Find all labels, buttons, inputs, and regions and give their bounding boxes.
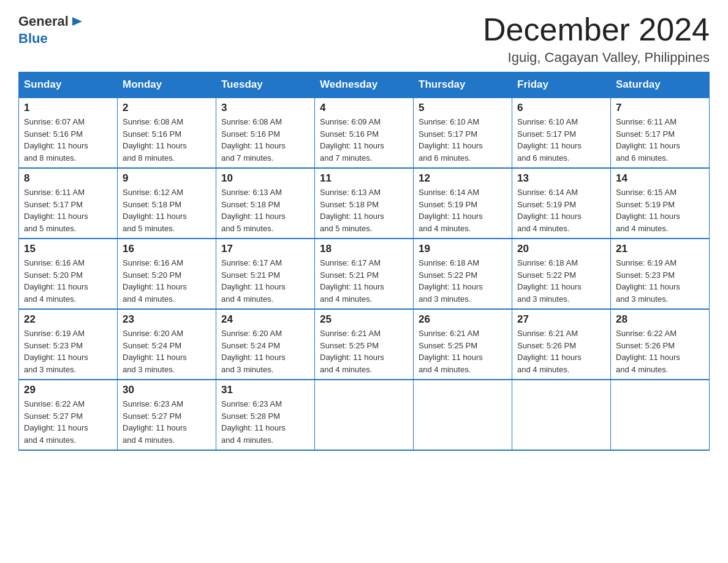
day-info: Sunrise: 6:23 AMSunset: 5:28 PMDaylight:…: [221, 398, 309, 446]
day-info: Sunrise: 6:18 AMSunset: 5:22 PMDaylight:…: [419, 257, 507, 305]
calendar-week-row: 8Sunrise: 6:11 AMSunset: 5:17 PMDaylight…: [19, 168, 710, 239]
table-row: 1Sunrise: 6:07 AMSunset: 5:16 PMDaylight…: [19, 98, 118, 168]
table-row: 14Sunrise: 6:15 AMSunset: 5:19 PMDayligh…: [611, 168, 710, 239]
calendar-week-row: 1Sunrise: 6:07 AMSunset: 5:16 PMDaylight…: [19, 98, 710, 168]
logo-icon: [71, 15, 85, 28]
table-row: [611, 380, 710, 450]
day-number: 18: [320, 243, 408, 255]
table-row: 7Sunrise: 6:11 AMSunset: 5:17 PMDaylight…: [611, 98, 710, 168]
svg-marker-0: [72, 17, 82, 26]
calendar-week-row: 22Sunrise: 6:19 AMSunset: 5:23 PMDayligh…: [19, 309, 710, 380]
day-info: Sunrise: 6:12 AMSunset: 5:18 PMDaylight:…: [123, 186, 211, 234]
day-number: 7: [616, 102, 704, 114]
table-row: 19Sunrise: 6:18 AMSunset: 5:22 PMDayligh…: [414, 239, 512, 309]
table-row: 20Sunrise: 6:18 AMSunset: 5:22 PMDayligh…: [512, 239, 611, 309]
day-number: 4: [320, 102, 408, 114]
day-number: 28: [616, 313, 704, 326]
day-number: 24: [221, 313, 309, 326]
table-row: 17Sunrise: 6:17 AMSunset: 5:21 PMDayligh…: [216, 239, 315, 309]
title-section: December 2024 Iguig, Cagayan Valley, Phi…: [483, 12, 710, 66]
day-number: 5: [419, 102, 507, 114]
day-number: 21: [616, 243, 704, 255]
day-info: Sunrise: 6:10 AMSunset: 5:17 PMDaylight:…: [517, 116, 605, 164]
table-row: 2Sunrise: 6:08 AMSunset: 5:16 PMDaylight…: [118, 98, 216, 168]
day-info: Sunrise: 6:18 AMSunset: 5:22 PMDaylight:…: [517, 257, 605, 305]
day-info: Sunrise: 6:17 AMSunset: 5:21 PMDaylight:…: [221, 257, 309, 305]
col-friday: Friday: [512, 72, 611, 98]
table-row: [315, 380, 414, 450]
day-number: 20: [517, 243, 605, 255]
col-tuesday: Tuesday: [216, 72, 315, 98]
calendar-week-row: 15Sunrise: 6:16 AMSunset: 5:20 PMDayligh…: [19, 239, 710, 309]
day-info: Sunrise: 6:20 AMSunset: 5:24 PMDaylight:…: [123, 327, 211, 375]
day-number: 26: [419, 313, 507, 326]
day-number: 9: [123, 172, 211, 185]
day-number: 27: [517, 313, 605, 326]
day-info: Sunrise: 6:20 AMSunset: 5:24 PMDaylight:…: [221, 327, 309, 375]
col-thursday: Thursday: [414, 72, 512, 98]
table-row: 29Sunrise: 6:22 AMSunset: 5:27 PMDayligh…: [19, 380, 118, 450]
day-number: 19: [419, 243, 507, 255]
calendar-header-row: Sunday Monday Tuesday Wednesday Thursday…: [19, 72, 710, 98]
table-row: 9Sunrise: 6:12 AMSunset: 5:18 PMDaylight…: [118, 168, 216, 239]
table-row: 26Sunrise: 6:21 AMSunset: 5:25 PMDayligh…: [414, 309, 512, 380]
col-saturday: Saturday: [611, 72, 710, 98]
day-number: 30: [123, 384, 211, 396]
day-info: Sunrise: 6:11 AMSunset: 5:17 PMDaylight:…: [616, 116, 704, 164]
logo-general: General: [18, 13, 69, 29]
table-row: [512, 380, 611, 450]
day-info: Sunrise: 6:09 AMSunset: 5:16 PMDaylight:…: [320, 116, 408, 164]
table-row: 10Sunrise: 6:13 AMSunset: 5:18 PMDayligh…: [216, 168, 315, 239]
day-number: 3: [221, 102, 309, 114]
calendar-week-row: 29Sunrise: 6:22 AMSunset: 5:27 PMDayligh…: [19, 380, 710, 450]
table-row: 6Sunrise: 6:10 AMSunset: 5:17 PMDaylight…: [512, 98, 611, 168]
day-number: 17: [221, 243, 309, 255]
table-row: 11Sunrise: 6:13 AMSunset: 5:18 PMDayligh…: [315, 168, 414, 239]
day-info: Sunrise: 6:08 AMSunset: 5:16 PMDaylight:…: [221, 116, 309, 164]
day-number: 22: [24, 313, 112, 326]
table-row: 31Sunrise: 6:23 AMSunset: 5:28 PMDayligh…: [216, 380, 315, 450]
table-row: 30Sunrise: 6:23 AMSunset: 5:27 PMDayligh…: [118, 380, 216, 450]
day-info: Sunrise: 6:07 AMSunset: 5:16 PMDaylight:…: [24, 116, 112, 164]
col-monday: Monday: [118, 72, 216, 98]
day-info: Sunrise: 6:21 AMSunset: 5:26 PMDaylight:…: [517, 327, 605, 375]
col-sunday: Sunday: [19, 72, 118, 98]
table-row: [414, 380, 512, 450]
day-number: 2: [123, 102, 211, 114]
day-info: Sunrise: 6:22 AMSunset: 5:26 PMDaylight:…: [616, 327, 704, 375]
day-info: Sunrise: 6:21 AMSunset: 5:25 PMDaylight:…: [320, 327, 408, 375]
logo-blue: Blue: [18, 31, 48, 47]
day-number: 6: [517, 102, 605, 114]
day-number: 13: [517, 172, 605, 185]
day-number: 15: [24, 243, 112, 255]
day-info: Sunrise: 6:19 AMSunset: 5:23 PMDaylight:…: [24, 327, 112, 375]
day-number: 23: [123, 313, 211, 326]
table-row: 24Sunrise: 6:20 AMSunset: 5:24 PMDayligh…: [216, 309, 315, 380]
calendar-body: 1Sunrise: 6:07 AMSunset: 5:16 PMDaylight…: [19, 98, 710, 450]
col-wednesday: Wednesday: [315, 72, 414, 98]
day-info: Sunrise: 6:10 AMSunset: 5:17 PMDaylight:…: [419, 116, 507, 164]
table-row: 27Sunrise: 6:21 AMSunset: 5:26 PMDayligh…: [512, 309, 611, 380]
table-row: 28Sunrise: 6:22 AMSunset: 5:26 PMDayligh…: [611, 309, 710, 380]
table-row: 23Sunrise: 6:20 AMSunset: 5:24 PMDayligh…: [118, 309, 216, 380]
day-number: 8: [24, 172, 112, 185]
table-row: 25Sunrise: 6:21 AMSunset: 5:25 PMDayligh…: [315, 309, 414, 380]
table-row: 3Sunrise: 6:08 AMSunset: 5:16 PMDaylight…: [216, 98, 315, 168]
day-info: Sunrise: 6:08 AMSunset: 5:16 PMDaylight:…: [123, 116, 211, 164]
day-number: 29: [24, 384, 112, 396]
day-info: Sunrise: 6:14 AMSunset: 5:19 PMDaylight:…: [517, 186, 605, 234]
table-row: 12Sunrise: 6:14 AMSunset: 5:19 PMDayligh…: [414, 168, 512, 239]
logo: General Blue: [18, 12, 85, 47]
table-row: 8Sunrise: 6:11 AMSunset: 5:17 PMDaylight…: [19, 168, 118, 239]
day-info: Sunrise: 6:15 AMSunset: 5:19 PMDaylight:…: [616, 186, 704, 234]
table-row: 15Sunrise: 6:16 AMSunset: 5:20 PMDayligh…: [19, 239, 118, 309]
day-number: 10: [221, 172, 309, 185]
day-number: 14: [616, 172, 704, 185]
day-number: 11: [320, 172, 408, 185]
day-info: Sunrise: 6:16 AMSunset: 5:20 PMDaylight:…: [123, 257, 211, 305]
table-row: 22Sunrise: 6:19 AMSunset: 5:23 PMDayligh…: [19, 309, 118, 380]
day-info: Sunrise: 6:13 AMSunset: 5:18 PMDaylight:…: [320, 186, 408, 234]
day-info: Sunrise: 6:22 AMSunset: 5:27 PMDaylight:…: [24, 398, 112, 446]
day-number: 12: [419, 172, 507, 185]
table-row: 5Sunrise: 6:10 AMSunset: 5:17 PMDaylight…: [414, 98, 512, 168]
